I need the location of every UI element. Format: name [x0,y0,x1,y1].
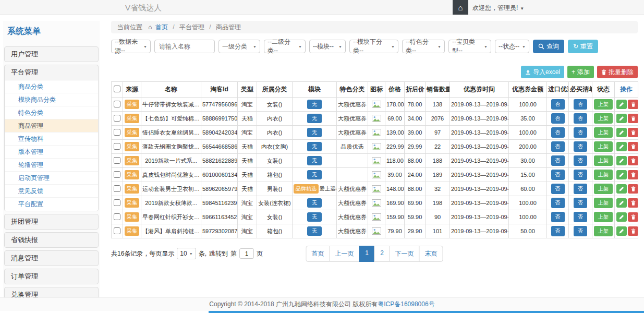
per-page-select[interactable]: 10▼ [177,248,196,259]
sidebar-subitem-2[interactable]: 特色分类 [5,106,98,119]
sidebar-subitem-6[interactable]: 轮播管理 [5,159,98,172]
batch-delete-button[interactable]: 批量删除 [597,66,638,78]
import-select-toggle[interactable]: 否 [551,99,565,110]
prev-page-button[interactable]: 上一页 [330,246,360,262]
jump-page-input[interactable] [239,248,254,259]
must-buy-toggle[interactable]: 否 [574,99,587,110]
must-buy-toggle[interactable]: 否 [574,226,587,236]
data-source-filter[interactable]: --数据来源--▼ [111,40,151,53]
row-checkbox[interactable] [114,115,120,122]
import-select-toggle[interactable]: 否 [551,170,565,180]
must-buy-toggle[interactable]: 否 [574,212,587,222]
must-buy-toggle[interactable]: 否 [574,113,587,124]
first-page-button[interactable]: 首页 [306,246,330,262]
import-select-toggle[interactable]: 否 [551,198,565,208]
delete-button[interactable] [628,170,638,179]
delete-button[interactable] [628,156,638,165]
status-button[interactable]: 上架 [594,184,613,194]
edit-button[interactable] [616,184,627,194]
row-checkbox[interactable] [114,157,120,164]
sidebar-subitem-8[interactable]: 意见反馈 [5,185,98,198]
status-button[interactable]: 上架 [594,141,613,152]
must-buy-toggle[interactable]: 否 [574,198,587,208]
sidebar-item-0[interactable]: 用户管理 [5,47,98,62]
edit-button[interactable] [616,212,627,222]
select-all-checkbox[interactable] [114,86,120,92]
row-checkbox[interactable] [114,143,120,150]
status-button[interactable]: 上架 [594,99,613,110]
import-select-toggle[interactable]: 否 [551,226,565,236]
feature-category-filter[interactable]: --特色分类--▼ [402,40,445,53]
sidebar-subitem-4[interactable]: 宣传物料 [5,133,98,146]
sidebar-item-1[interactable]: 平台管理 [5,65,98,80]
edit-button[interactable] [616,226,627,236]
status-button[interactable]: 上架 [594,155,613,166]
delete-button[interactable] [628,212,638,222]
edit-button[interactable] [616,114,627,123]
next-page-button[interactable]: 下一页 [390,246,420,262]
delete-button[interactable] [628,128,638,137]
import-excel-button[interactable]: 导入excel [521,66,564,78]
row-checkbox[interactable] [114,213,120,220]
must-buy-toggle[interactable]: 否 [574,184,587,194]
status-button[interactable]: 上架 [594,113,613,124]
user-menu[interactable]: 欢迎您，管理员!▼ [472,4,524,13]
status-button[interactable]: 上架 [594,226,613,236]
item-type-filter[interactable]: --宝贝类型--▼ [448,40,491,53]
name-search-input[interactable] [154,40,215,53]
delete-button[interactable] [628,142,638,151]
home-button[interactable]: ⌂ [453,0,468,15]
module-subcategory-filter[interactable]: --模块下分类--▼ [349,40,398,53]
edit-button[interactable] [616,198,627,208]
row-checkbox[interactable] [114,129,120,136]
status-filter[interactable]: --状态--▼ [495,40,529,53]
delete-button[interactable] [628,184,638,194]
page-number-button[interactable]: 2 [374,246,390,262]
import-select-toggle[interactable]: 否 [551,113,565,124]
page-number-button[interactable]: 1 [359,246,375,262]
import-select-toggle[interactable]: 否 [551,212,565,222]
level1-category-filter[interactable]: 一级分类▼ [218,40,260,53]
edit-button[interactable] [616,100,627,109]
breadcrumb-home-link[interactable]: 首页 [155,23,168,31]
import-select-toggle[interactable]: 否 [551,127,565,138]
edit-button[interactable] [616,128,627,137]
import-select-toggle[interactable]: 否 [551,141,565,152]
sidebar-subitem-9[interactable]: 平台配置 [5,198,98,211]
sidebar-item-6[interactable]: 兑换管理 [5,287,98,298]
must-buy-toggle[interactable]: 否 [574,155,587,166]
add-button[interactable]: + 添加 [567,66,594,78]
sidebar-subitem-3[interactable]: 商品管理 [5,119,98,133]
delete-button[interactable] [628,226,638,236]
sidebar-subitem-0[interactable]: 商品分类 [5,80,98,93]
sidebar-subitem-7[interactable]: 启动页管理 [5,172,98,185]
last-page-button[interactable]: 末页 [419,246,443,262]
edit-button[interactable] [616,142,627,151]
import-select-toggle[interactable]: 否 [551,155,565,166]
edit-button[interactable] [616,170,627,179]
row-checkbox[interactable] [114,227,120,234]
module-filter[interactable]: --模块--▼ [309,40,346,53]
sidebar-item-3[interactable]: 省钱快报 [5,233,98,247]
search-button[interactable]: 查询 [533,40,564,53]
delete-button[interactable] [628,100,638,109]
row-checkbox[interactable] [114,101,120,107]
import-select-toggle[interactable]: 否 [551,184,565,194]
delete-button[interactable] [628,198,638,208]
row-checkbox[interactable] [114,171,120,178]
edit-button[interactable] [616,156,627,165]
sidebar-item-2[interactable]: 拼团管理 [5,214,98,229]
status-button[interactable]: 上架 [594,127,613,138]
must-buy-toggle[interactable]: 否 [574,127,587,138]
must-buy-toggle[interactable]: 否 [574,170,587,180]
icp-link[interactable]: 粤ICP备16098006号 [378,300,434,309]
delete-button[interactable] [628,114,638,123]
status-button[interactable]: 上架 [594,198,613,208]
row-checkbox[interactable] [114,185,120,192]
level2-category-filter[interactable]: --二级分类--▼ [264,40,306,53]
status-button[interactable]: 上架 [594,212,613,222]
sidebar-item-4[interactable]: 消息管理 [5,251,98,266]
row-checkbox[interactable] [114,199,120,206]
status-button[interactable]: 上架 [594,170,613,180]
must-buy-toggle[interactable]: 否 [574,141,587,152]
